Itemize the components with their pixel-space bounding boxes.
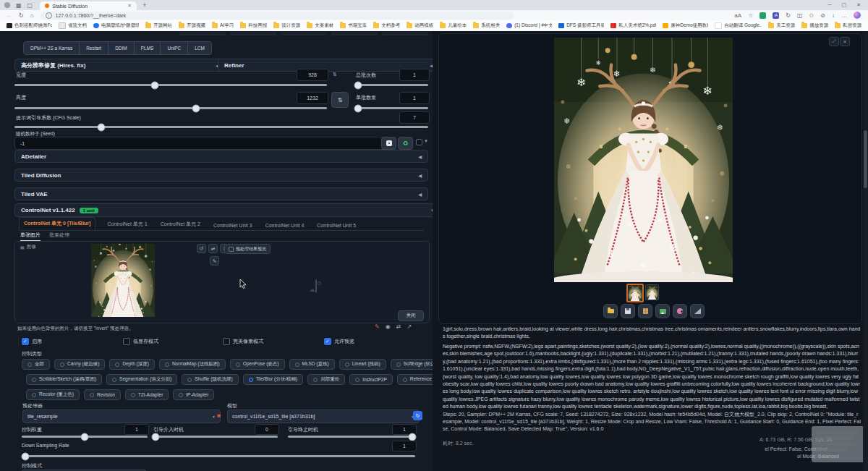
bookmark-item[interactable]: 电脑壁纸/护眼壁纸... <box>93 22 139 29</box>
control-type-option[interactable]: Revision <box>84 389 121 400</box>
bookmark-item[interactable]: 播放资源 <box>801 22 828 29</box>
extension-green-icon[interactable] <box>760 12 766 19</box>
batch-size-slider[interactable] <box>356 107 428 109</box>
height-input[interactable]: 1232 <box>297 92 328 104</box>
width-slider[interactable] <box>14 84 327 86</box>
bookmark-item[interactable]: 省流文档 <box>59 22 87 29</box>
refresh-icon[interactable]: ↻ <box>19 12 24 19</box>
save-image-button[interactable] <box>621 304 635 318</box>
input-mode-tab[interactable]: 单张图片 <box>20 230 41 241</box>
open-folder-button[interactable] <box>603 304 618 318</box>
width-input[interactable]: 928 <box>297 69 328 81</box>
bookmark-item[interactable]: 色彩搭配师姚海Fol... <box>7 22 52 29</box>
model-dropdown[interactable]: control_v11f1e_sd15_tile [a371b31b] ▼ <box>227 410 420 423</box>
favorite-icon[interactable]: ☆ <box>748 12 753 19</box>
sampler-button[interactable]: UniPC <box>161 41 188 55</box>
edit-brush-icon[interactable]: ✎ <box>210 256 219 266</box>
control-type-option[interactable]: 局部重绘 <box>307 374 345 385</box>
browser-tab[interactable]: Stable Diffusion ✕ <box>40 1 137 10</box>
allow-preview-checkbox[interactable]: 允许预览 <box>324 338 354 345</box>
controlnet-unit-tab[interactable]: ControlNet Unit 3 <box>212 221 254 230</box>
more-icon[interactable]: … <box>841 12 847 19</box>
control-type-option[interactable]: InstructP2P <box>349 374 393 385</box>
bookmark-item[interactable]: AI学习 <box>212 22 234 29</box>
height-slider[interactable] <box>14 107 327 109</box>
new-canvas-icon[interactable]: ✎ <box>375 323 380 330</box>
downsampling-slider[interactable] <box>22 455 415 457</box>
swap-view-icon[interactable]: ⇄ <box>208 244 218 253</box>
extension-accordion[interactable]: ADetailer ◀ <box>14 150 428 163</box>
bookmark-item[interactable]: (1) Discord | #中文... <box>506 22 552 29</box>
window-close-button[interactable]: ✕ <box>856 2 861 8</box>
back-icon[interactable]: ← <box>7 12 12 19</box>
sampler-button[interactable]: DDIM <box>109 41 135 55</box>
control-type-option[interactable]: Depth (深度) <box>109 359 154 370</box>
random-seed-button[interactable] <box>381 137 396 150</box>
start-step-slider[interactable] <box>153 436 278 438</box>
address-bar[interactable]: i 127.0.0.1:7860/?__theme=dark <box>41 12 514 20</box>
downsampling-input[interactable]: 1 <box>392 441 417 451</box>
extension-accordion[interactable]: Tiled Diffusion ◀ <box>14 169 428 182</box>
bookmark-item[interactable]: 自动翻译 Google... <box>715 22 762 29</box>
control-type-option[interactable]: Scribble/Sketch (涂鸦/草图) <box>26 374 102 385</box>
seed-input[interactable]: -1 <box>14 137 389 150</box>
control-type-option[interactable]: IP-Adapter <box>173 389 214 400</box>
bookmark-item[interactable]: 系统相关 <box>473 22 500 29</box>
preprocessor-dropdown[interactable]: tile_resample ▼ <box>22 410 221 423</box>
control-type-option[interactable]: Shuffle (随机洗牌) <box>182 374 238 385</box>
aspect-ratio-button[interactable]: ⇅ <box>331 92 349 108</box>
lowvram-checkbox[interactable]: 低显存模式 <box>123 338 158 345</box>
control-weight-input[interactable]: 1 <box>124 424 149 435</box>
split-screen-icon[interactable]: ◫ <box>797 12 803 19</box>
bookmark-item[interactable]: 私密资源 <box>835 22 861 29</box>
input-mode-tab[interactable]: 批量处理 <box>49 230 69 241</box>
bookmark-item[interactable]: 科技画报 <box>240 22 267 29</box>
close-gallery-icon[interactable]: ✕ <box>840 37 850 46</box>
tab-close-icon[interactable]: ✕ <box>127 3 132 9</box>
controlnet-unit-tab[interactable]: ControlNet 单元 1 <box>106 218 148 230</box>
controlnet-accordion[interactable]: ControlNet v1.1.422 1 unit ▼ <box>14 203 441 217</box>
bookmark-item[interactable]: 书籍宝库 <box>340 22 367 29</box>
gallery-thumbnail[interactable] <box>645 284 659 300</box>
preview-annotator-toggle[interactable]: 预处理结果预览 <box>224 244 271 254</box>
control-type-option[interactable]: OpenPose (姿态) <box>230 359 285 370</box>
vertical-tabs-icon[interactable]: ▢ <box>27 2 33 9</box>
bookmark-item[interactable]: 文案素材 <box>307 22 333 29</box>
cfg-input[interactable]: 7 <box>399 111 430 124</box>
downloads-icon[interactable]: ↓ <box>832 12 835 19</box>
bookmark-item[interactable]: 开源网站 <box>145 22 172 29</box>
controlnet-unit-tab[interactable]: ControlNet 单元 2 <box>159 218 202 230</box>
scrollbar-thumb[interactable] <box>864 130 867 188</box>
batch-count-slider[interactable] <box>356 84 428 86</box>
page-scrollbar[interactable] <box>863 31 868 471</box>
close-preview-button[interactable]: 关闭 <box>398 310 424 321</box>
seed-extra-arrow-icon[interactable]: ▼ <box>424 139 428 143</box>
send-to-inpaint-button[interactable] <box>673 304 687 318</box>
start-step-input[interactable]: 0 <box>255 424 279 435</box>
swap-dimensions-button[interactable]: ⇅ <box>333 72 337 77</box>
controlnet-input-image[interactable] <box>91 244 155 317</box>
site-info-icon[interactable]: i <box>46 12 52 19</box>
bookmark-item[interactable]: 私人美术馆2%.pdf <box>610 22 656 29</box>
sampler-button[interactable]: LCM <box>188 41 212 55</box>
control-type-option[interactable]: T2I-Adapter <box>125 389 169 400</box>
extra-seed-checkbox[interactable] <box>416 139 422 145</box>
shield-icon[interactable]: ⊘ <box>820 12 825 19</box>
save-zip-button[interactable] <box>638 304 652 318</box>
gallery-thumbnail-selected[interactable] <box>626 284 644 302</box>
control-type-option[interactable]: Segmentation (语义分割) <box>106 374 177 385</box>
batch-count-input[interactable]: 1 <box>399 69 430 81</box>
reuse-seed-button[interactable]: ♻ <box>398 137 413 150</box>
control-weight-slider[interactable] <box>22 436 148 438</box>
refresh-models-icon[interactable]: ↻ <box>413 411 422 420</box>
collections-icon[interactable]: ✩ <box>809 12 814 19</box>
window-maximize-button[interactable]: ▢ <box>842 2 847 8</box>
control-type-option[interactable]: NormalMap (法线贴图) <box>159 359 226 370</box>
sync-icon[interactable]: ↻ <box>786 12 791 19</box>
read-aloud-icon[interactable]: aA <box>734 12 741 19</box>
controlnet-unit-tab[interactable]: ControlNet Unit 4 <box>264 221 306 230</box>
control-type-option[interactable]: Canny (硬边缘) <box>54 359 105 370</box>
bookmark-item[interactable]: 儿童绘本 <box>440 22 467 29</box>
controlnet-unit-tab[interactable]: ControlNet Unit 5 <box>315 221 357 230</box>
sampler-button[interactable]: DPM++ 2S a Karras <box>23 41 80 55</box>
